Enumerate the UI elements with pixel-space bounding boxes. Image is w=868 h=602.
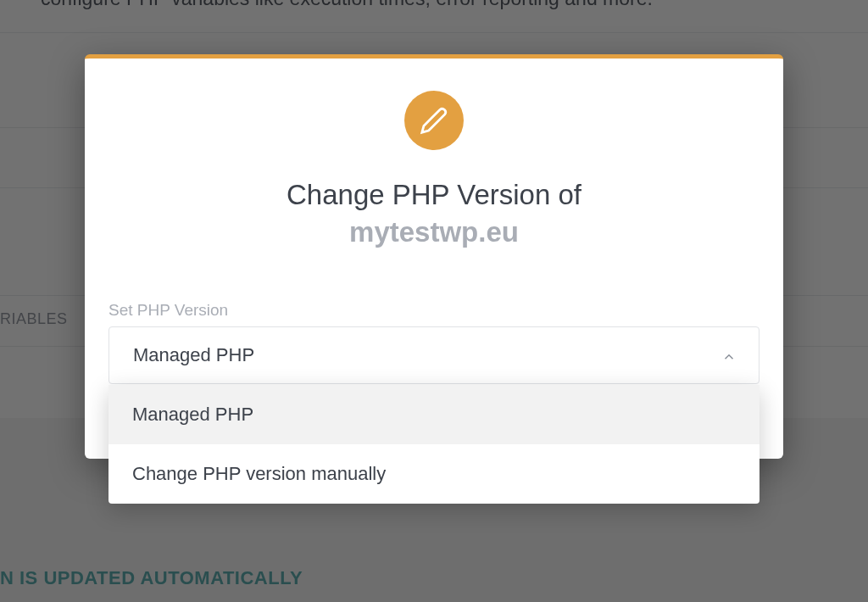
modal-domain: mytestwp.eu bbox=[85, 216, 783, 248]
option-manual-php[interactable]: Change PHP version manually bbox=[108, 444, 760, 504]
modal-title: Change PHP Version of bbox=[85, 179, 783, 211]
php-version-field: Set PHP Version Managed PHP Managed PHP … bbox=[85, 301, 783, 384]
change-php-version-modal: Change PHP Version of mytestwp.eu Set PH… bbox=[85, 54, 783, 459]
chevron-up-icon bbox=[721, 348, 737, 363]
pencil-icon bbox=[404, 91, 464, 150]
option-managed-php[interactable]: Managed PHP bbox=[108, 385, 760, 444]
select-value: Managed PHP bbox=[133, 344, 254, 366]
field-label: Set PHP Version bbox=[108, 301, 760, 320]
php-version-dropdown: Managed PHP Change PHP version manually bbox=[108, 385, 760, 504]
php-version-select[interactable]: Managed PHP bbox=[108, 326, 760, 384]
modal-overlay[interactable]: Change PHP Version of mytestwp.eu Set PH… bbox=[0, 0, 868, 602]
